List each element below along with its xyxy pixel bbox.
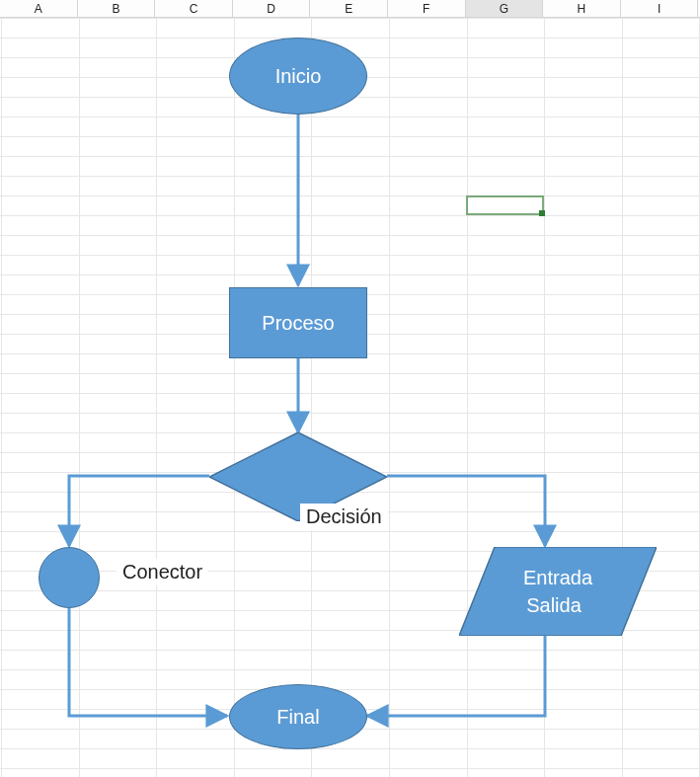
terminator-inicio[interactable]: Inicio bbox=[229, 38, 367, 115]
svg-marker-3 bbox=[459, 547, 657, 636]
col-header[interactable]: D bbox=[233, 0, 311, 17]
col-header[interactable]: B bbox=[78, 0, 156, 17]
col-header-selected[interactable]: G bbox=[466, 0, 544, 17]
terminator-final[interactable]: Final bbox=[229, 684, 367, 749]
column-headers: A B C D E F G H I bbox=[0, 0, 700, 18]
connector-label: Conector bbox=[117, 559, 208, 585]
active-cell-selection[interactable] bbox=[466, 195, 544, 215]
decision-label: Decisión bbox=[300, 504, 388, 530]
shape-label: Inicio bbox=[275, 65, 322, 88]
spreadsheet-grid[interactable] bbox=[0, 0, 700, 777]
col-header[interactable]: E bbox=[310, 0, 388, 17]
col-header[interactable]: F bbox=[388, 0, 466, 17]
svg-text:Salida: Salida bbox=[526, 594, 582, 616]
svg-text:Entrada: Entrada bbox=[523, 567, 593, 588]
shape-label: Final bbox=[276, 706, 319, 729]
io-parallelogram[interactable]: Entrada Salida bbox=[459, 547, 657, 636]
col-header[interactable]: A bbox=[0, 0, 78, 17]
shape-label: Proceso bbox=[262, 312, 334, 335]
connector-circle[interactable] bbox=[39, 547, 100, 608]
process-proceso[interactable]: Proceso bbox=[229, 287, 367, 358]
col-header[interactable]: C bbox=[155, 0, 233, 17]
col-header[interactable]: H bbox=[543, 0, 621, 17]
col-header[interactable]: I bbox=[621, 0, 699, 17]
